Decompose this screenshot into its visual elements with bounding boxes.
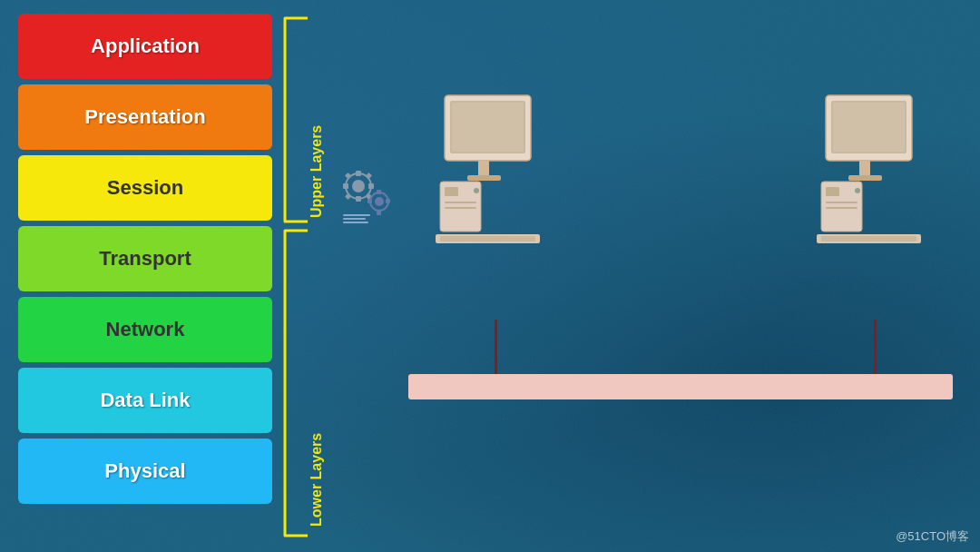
svg-rect-39 xyxy=(826,202,858,203)
svg-rect-6 xyxy=(345,172,351,179)
lower-layers-label: Lower Layers xyxy=(309,245,325,527)
svg-rect-2 xyxy=(356,171,361,176)
svg-rect-42 xyxy=(821,236,916,242)
main-container: Application Presentation Session Transpo… xyxy=(0,0,980,552)
svg-rect-18 xyxy=(343,222,368,223)
svg-rect-21 xyxy=(452,103,524,152)
svg-rect-8 xyxy=(345,193,351,200)
svg-rect-5 xyxy=(368,183,374,189)
svg-rect-16 xyxy=(343,214,370,216)
layer-datalink: Data Link xyxy=(18,368,272,433)
layer-application: Application xyxy=(18,14,272,79)
network-diagram xyxy=(381,54,962,490)
svg-rect-3 xyxy=(356,196,361,202)
svg-rect-37 xyxy=(826,187,839,196)
svg-rect-34 xyxy=(859,161,870,177)
upper-layers-label: Upper Layers xyxy=(309,27,325,218)
svg-rect-40 xyxy=(826,207,858,209)
svg-point-26 xyxy=(474,188,479,193)
svg-rect-22 xyxy=(478,161,489,177)
svg-rect-14 xyxy=(368,199,372,203)
upper-bracket xyxy=(276,14,308,226)
computer-left xyxy=(436,91,554,249)
network-bus xyxy=(408,374,953,399)
layer-transport: Transport xyxy=(18,226,272,291)
layer-network: Network xyxy=(18,297,272,362)
svg-rect-4 xyxy=(343,183,348,189)
lower-bracket xyxy=(276,226,308,540)
svg-rect-27 xyxy=(445,202,476,203)
svg-rect-28 xyxy=(445,207,476,209)
computer-right xyxy=(817,91,935,249)
svg-rect-35 xyxy=(848,175,882,181)
svg-rect-23 xyxy=(467,175,501,181)
layer-session: Session xyxy=(18,155,272,221)
layer-presentation: Presentation xyxy=(18,84,272,150)
svg-rect-17 xyxy=(343,218,366,220)
layer-physical: Physical xyxy=(18,439,272,504)
svg-point-1 xyxy=(352,180,365,192)
watermark: @51CTO博客 xyxy=(896,528,969,545)
osi-panel: Application Presentation Session Transpo… xyxy=(18,14,272,504)
svg-rect-33 xyxy=(833,103,905,152)
svg-rect-30 xyxy=(440,236,535,242)
cable-left xyxy=(495,320,497,374)
svg-rect-25 xyxy=(445,187,458,196)
cable-right xyxy=(874,320,877,374)
svg-point-38 xyxy=(855,188,860,193)
svg-rect-7 xyxy=(366,172,372,179)
